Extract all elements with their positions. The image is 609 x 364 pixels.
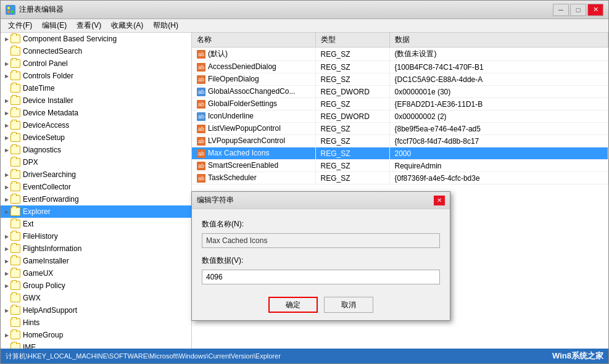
tree-arrow-icon: ▶: [3, 245, 10, 252]
tree-item[interactable]: ▶ HomeGroup: [1, 329, 191, 341]
reg-data-cell: 0x0000001e (30): [389, 86, 608, 98]
folder-icon: [10, 244, 20, 253]
tree-arrow-icon: ▶: [3, 35, 10, 43]
tree-arrow-icon: ▶: [3, 171, 10, 178]
folder-icon: [10, 183, 20, 191]
tree-item[interactable]: Hints: [1, 316, 191, 329]
tree-arrow-icon: ▶: [3, 109, 10, 117]
minimize-button[interactable]: ─: [553, 4, 569, 16]
tree-label: Device Metadata: [23, 109, 78, 117]
tree-item[interactable]: ▶ DeviceAccess: [1, 119, 191, 131]
tree-item[interactable]: DPX: [1, 156, 191, 168]
folder-icon: [10, 331, 20, 339]
cancel-button[interactable]: 取消: [324, 297, 373, 313]
tree-item[interactable]: ▶ Control Panel: [1, 57, 191, 70]
tree-item[interactable]: ▶ Diagnostics: [1, 144, 191, 156]
maximize-button[interactable]: □: [570, 4, 586, 16]
reg-data-cell: {100B4FC8-74C1-470F-B1: [389, 61, 608, 73]
tree-item[interactable]: ▶ DeviceSetup: [1, 131, 191, 144]
tree-label: ConnectedSearch: [23, 47, 82, 56]
tree-label: DeviceSetup: [23, 133, 65, 142]
reg-type-icon: ab: [197, 174, 205, 183]
tree-item[interactable]: ▶ Device Installer: [1, 94, 191, 107]
reg-data-cell: (数值未设置): [389, 48, 608, 61]
reg-type-cell: REG_SZ: [315, 135, 389, 147]
tree-item[interactable]: ConnectedSearch: [1, 45, 191, 57]
folder-icon: [10, 133, 20, 142]
reg-data-cell: {fccf70c8-f4d7-4d8b-8c17: [389, 135, 608, 147]
window-title: 注册表编辑器: [19, 4, 64, 15]
tree-item[interactable]: ▶ HelpAndSupport: [1, 304, 191, 316]
tree-panel[interactable]: ▶ Component Based Servicing ConnectedSea…: [1, 33, 192, 349]
folder-icon: [10, 281, 20, 290]
data-input[interactable]: [202, 270, 440, 284]
tree-item[interactable]: ▶ GameInstaller: [1, 255, 191, 267]
name-input[interactable]: [202, 233, 440, 248]
svg-rect-1: [11, 7, 14, 9]
dialog-title: 编辑字符串: [197, 195, 234, 205]
tree-item[interactable]: ▶ FileHistory: [1, 230, 191, 242]
tree-arrow-icon: ▶: [3, 208, 10, 215]
menu-help[interactable]: 帮助(H): [148, 19, 183, 32]
table-row[interactable]: abLVPopupSearchControl REG_SZ {fccf70c8-…: [192, 135, 608, 147]
tree-item[interactable]: ▶ EventForwarding: [1, 193, 191, 205]
reg-name-cell: abGlobalAssocChangedCo...: [192, 86, 315, 98]
tree-arrow-icon: [3, 294, 10, 302]
tree-item[interactable]: IME: [1, 341, 191, 349]
tree-label: DateTime: [23, 84, 55, 93]
reg-name-cell: abLVPopupSearchControl: [192, 135, 315, 147]
table-row[interactable]: abListViewPopupControl REG_SZ {8be9f5ea-…: [192, 123, 608, 135]
menu-favorites[interactable]: 收藏夹(A): [106, 19, 148, 32]
dialog-close-button[interactable]: ✕: [434, 196, 445, 205]
col-name[interactable]: 名称: [192, 33, 315, 48]
table-row[interactable]: abSmartScreenEnabled REG_SZ RequireAdmin: [192, 160, 608, 172]
title-controls: ─ □ ✕: [553, 4, 603, 16]
tree-arrow-icon: [3, 85, 10, 92]
col-type[interactable]: 类型: [315, 33, 389, 48]
table-row[interactable]: ab(默认) REG_SZ (数值未设置): [192, 48, 608, 61]
tree-item[interactable]: ▶ GameUX: [1, 267, 191, 279]
tree-item[interactable]: ▶ DriverSearching: [1, 168, 191, 181]
tree-arrow-icon: ▶: [3, 270, 10, 277]
col-data[interactable]: 数据: [389, 33, 608, 48]
tree-arrow-icon: ▶: [3, 146, 10, 154]
table-row[interactable]: abGlobalFolderSettings REG_SZ {EF8AD2D1-…: [192, 98, 608, 110]
tree-item[interactable]: ▶ Group Policy: [1, 279, 191, 292]
reg-data-cell: {8be9f5ea-e746-4e47-ad5: [389, 123, 608, 135]
table-row[interactable]: abAccessDeniedDialog REG_SZ {100B4FC8-74…: [192, 61, 608, 73]
reg-type-icon: ab: [197, 100, 205, 109]
tree-arrow-icon: [3, 159, 10, 166]
tree-item[interactable]: Ext: [1, 218, 191, 230]
tree-item[interactable]: DateTime: [1, 82, 191, 94]
table-row[interactable]: abMax Cached Icons REG_SZ 2000: [192, 147, 608, 160]
ok-button[interactable]: 确定: [268, 297, 318, 313]
tree-item-explorer[interactable]: ▶ Explorer: [1, 205, 191, 218]
tree-item[interactable]: GWX: [1, 292, 191, 304]
reg-type-cell: REG_SZ: [315, 98, 389, 110]
tree-arrow-icon: ▶: [3, 282, 10, 289]
tree-label: FlightsInformation: [23, 244, 81, 253]
table-row[interactable]: abFileOpenDialog REG_SZ {DC1C5A9C-E88A-4…: [192, 73, 608, 86]
reg-type-cell: REG_SZ: [315, 147, 389, 160]
tree-item[interactable]: ▶ Component Based Servicing: [1, 33, 191, 45]
status-bar: 计算机\HKEY_LOCAL_MACHINE\SOFTWARE\Microsof…: [1, 349, 608, 363]
dialog-title-bar: 编辑字符串 ✕: [192, 192, 450, 209]
tree-arrow-icon: ▶: [3, 331, 10, 339]
folder-icon: [10, 269, 20, 278]
table-row[interactable]: abTaskScheduler REG_SZ {0f87369f-a4e5-4c…: [192, 172, 608, 184]
tree-item[interactable]: ▶ EventCollector: [1, 181, 191, 193]
menu-edit[interactable]: 编辑(E): [37, 19, 72, 32]
reg-type-icon: ab: [197, 88, 205, 96]
table-row[interactable]: abIconUnderline REG_DWORD 0x00000002 (2): [192, 110, 608, 123]
tree-item[interactable]: ▶ Device Metadata: [1, 107, 191, 119]
tree-item[interactable]: ▶ Controls Folder: [1, 70, 191, 82]
tree-label: IME: [23, 343, 36, 349]
menu-view[interactable]: 查看(V): [72, 19, 106, 32]
folder-icon: [10, 35, 20, 43]
reg-type-icon: ab: [197, 63, 205, 72]
tree-arrow-icon: [3, 319, 10, 326]
menu-file[interactable]: 文件(F): [3, 19, 37, 32]
table-row[interactable]: abGlobalAssocChangedCo... REG_DWORD 0x00…: [192, 86, 608, 98]
close-button[interactable]: ✕: [587, 4, 603, 16]
tree-item[interactable]: ▶ FlightsInformation: [1, 242, 191, 255]
